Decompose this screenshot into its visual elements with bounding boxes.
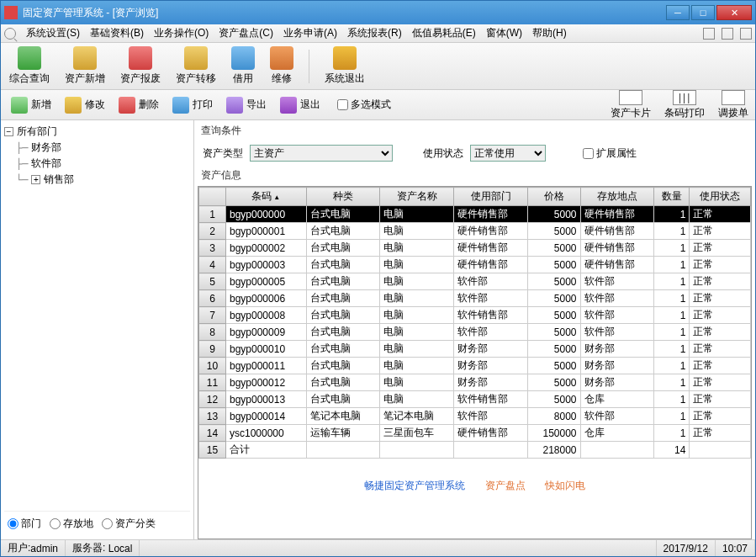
action-bar: 新增修改删除打印导出退出 多选模式 资产卡片条码打印调拨单 bbox=[1, 90, 755, 120]
条码打印-icon bbox=[673, 90, 696, 105]
mdi-min-icon[interactable] bbox=[703, 28, 715, 40]
系统退出-icon bbox=[333, 46, 357, 70]
退出-icon bbox=[280, 97, 297, 114]
status-user: 用户:admin bbox=[1, 540, 66, 556]
col-header[interactable]: 种类 bbox=[306, 188, 380, 206]
col-header[interactable]: 条码▲ bbox=[226, 188, 307, 206]
use-status-label: 使用状态 bbox=[423, 146, 463, 161]
tree-node[interactable]: ├─ 软件部 bbox=[4, 156, 190, 172]
info-section-label: 资产信息 bbox=[194, 165, 755, 186]
toolbar-资产报废[interactable]: 资产报废 bbox=[120, 46, 161, 86]
multi-select-checkbox[interactable]: 多选模式 bbox=[337, 98, 391, 112]
toolbar-资产新增[interactable]: 资产新增 bbox=[65, 46, 105, 86]
table-row[interactable]: 14ysc1000000运输车辆三星面包车硬件销售部150000仓库1正常 bbox=[199, 425, 751, 442]
action-修改[interactable]: 修改 bbox=[61, 95, 108, 115]
table-row[interactable]: 8bgyp000009台式电脑电脑软件部5000软件部1正常 bbox=[199, 324, 751, 341]
table-row[interactable]: 15合计21800014 bbox=[199, 442, 751, 459]
close-button[interactable]: ✕ bbox=[716, 5, 752, 20]
menu-item[interactable]: 资产盘点(C) bbox=[219, 26, 273, 40]
col-header[interactable]: 使用状态 bbox=[690, 188, 751, 206]
新增-icon bbox=[11, 97, 28, 114]
table-row[interactable]: 2bgyp000001台式电脑电脑硬件销售部5000硬件销售部1正常 bbox=[199, 223, 751, 240]
资产报废-icon bbox=[129, 46, 152, 70]
col-header[interactable]: 数量 bbox=[654, 188, 690, 206]
app-window: 固定资产管理系统 - [资产浏览] ─ □ ✕ 系统设置(S)基础资料(B)业务… bbox=[0, 0, 756, 557]
right-btn-资产卡片[interactable]: 资产卡片 bbox=[611, 90, 651, 120]
radio-部门[interactable]: 部门 bbox=[8, 517, 41, 531]
col-header[interactable]: 使用部门 bbox=[454, 188, 528, 206]
use-status-select[interactable]: 正常使用 bbox=[470, 145, 546, 162]
asset-type-select[interactable]: 主资产 bbox=[250, 145, 393, 162]
status-bar: 用户:admin 服务器: Local 2017/9/12 10:07 bbox=[1, 539, 755, 556]
资产转移-icon bbox=[184, 46, 208, 70]
extend-attr-checkbox[interactable]: 扩展属性 bbox=[583, 146, 637, 161]
toolbar-借用[interactable]: 借用 bbox=[231, 46, 255, 86]
radio-资产分类[interactable]: 资产分类 bbox=[102, 517, 156, 531]
dept-tree-panel: − 所有部门 ├─ 财务部├─ 软件部└─+ 销售部 部门存放地资产分类 bbox=[1, 120, 194, 539]
menu-item[interactable]: 系统报表(R) bbox=[347, 26, 402, 40]
maximize-button[interactable]: □ bbox=[691, 5, 715, 20]
table-row[interactable]: 11bgyp000012台式电脑电脑财务部5000财务部1正常 bbox=[199, 374, 751, 391]
action-删除[interactable]: 删除 bbox=[115, 95, 162, 115]
action-导出[interactable]: 导出 bbox=[223, 95, 270, 115]
toolbar-综合查询[interactable]: 综合查询 bbox=[9, 46, 50, 86]
menu-item[interactable]: 低值易耗品(E) bbox=[412, 26, 476, 40]
toolbar-维修[interactable]: 维修 bbox=[270, 46, 293, 86]
借用-icon bbox=[231, 46, 255, 70]
tree-root[interactable]: − 所有部门 bbox=[4, 124, 190, 140]
expand-icon[interactable]: + bbox=[31, 175, 40, 184]
status-time: 10:07 bbox=[716, 540, 755, 556]
table-row[interactable]: 7bgyp000008台式电脑电脑软件销售部5000软件部1正常 bbox=[199, 307, 751, 324]
导出-icon bbox=[226, 97, 243, 114]
toolbar-资产转移[interactable]: 资产转移 bbox=[176, 46, 216, 86]
mdi-close-icon[interactable] bbox=[740, 28, 752, 40]
table-row[interactable]: 6bgyp000006台式电脑电脑软件部5000软件部1正常 bbox=[199, 290, 751, 307]
titlebar: 固定资产管理系统 - [资产浏览] ─ □ ✕ bbox=[1, 1, 755, 24]
radio-存放地[interactable]: 存放地 bbox=[50, 517, 93, 531]
search-icon[interactable] bbox=[4, 28, 16, 40]
status-date: 2017/9/12 bbox=[657, 540, 716, 556]
tree-mode-radios: 部门存放地资产分类 bbox=[4, 511, 190, 536]
menu-item[interactable]: 业务申请(A) bbox=[283, 26, 337, 40]
status-server: 服务器: Local bbox=[66, 540, 140, 556]
table-row[interactable]: 12bgyp000013台式电脑电脑软件销售部5000仓库1正常 bbox=[199, 391, 751, 408]
col-header[interactable]: 价格 bbox=[528, 188, 580, 206]
minimize-button[interactable]: ─ bbox=[666, 5, 690, 20]
right-btn-调拨单[interactable]: 调拨单 bbox=[718, 90, 748, 120]
filter-row: 资产类型 主资产 使用状态 正常使用 扩展属性 bbox=[194, 141, 755, 165]
修改-icon bbox=[65, 97, 82, 114]
table-row[interactable]: 5bgyp000005台式电脑电脑软件部5000软件部1正常 bbox=[199, 273, 751, 290]
action-退出[interactable]: 退出 bbox=[277, 95, 324, 115]
tree-node[interactable]: └─+ 销售部 bbox=[4, 172, 190, 188]
collapse-icon[interactable]: − bbox=[4, 127, 13, 136]
table-row[interactable]: 9bgyp000010台式电脑电脑财务部5000财务部1正常 bbox=[199, 341, 751, 358]
asset-grid[interactable]: 条码▲种类资产名称使用部门价格存放地点数量使用状态 1bgyp000000台式电… bbox=[198, 186, 752, 539]
menu-item[interactable]: 系统设置(S) bbox=[26, 26, 80, 40]
调拨单-icon bbox=[722, 90, 745, 105]
menu-item[interactable]: 帮助(H) bbox=[532, 26, 567, 40]
window-title: 固定资产管理系统 - [资产浏览] bbox=[23, 6, 666, 20]
query-section-label: 查询条件 bbox=[194, 120, 755, 141]
table-row[interactable]: 3bgyp000002台式电脑电脑硬件销售部5000硬件销售部1正常 bbox=[199, 240, 751, 257]
col-header[interactable]: 存放地点 bbox=[580, 188, 654, 206]
table-row[interactable]: 13bgyp000014笔记本电脑笔记本电脑软件部8000软件部1正常 bbox=[199, 408, 751, 425]
table-row[interactable]: 10bgyp000011台式电脑电脑财务部5000财务部1正常 bbox=[199, 358, 751, 374]
mdi-restore-icon[interactable] bbox=[722, 28, 733, 40]
asset-type-label: 资产类型 bbox=[203, 146, 243, 161]
tree-node[interactable]: ├─ 财务部 bbox=[4, 140, 190, 156]
table-row[interactable]: 4bgyp000003台式电脑电脑硬件销售部5000硬件销售部1正常 bbox=[199, 257, 751, 273]
col-header[interactable]: 资产名称 bbox=[380, 188, 454, 206]
action-打印[interactable]: 打印 bbox=[169, 95, 216, 115]
app-icon bbox=[4, 6, 18, 19]
row-header-blank bbox=[199, 188, 226, 206]
删除-icon bbox=[119, 97, 135, 114]
right-btn-条码打印[interactable]: 条码打印 bbox=[664, 90, 705, 120]
menubar: 系统设置(S)基础资料(B)业务操作(O)资产盘点(C)业务申请(A)系统报表(… bbox=[1, 24, 755, 43]
toolbar-系统退出[interactable]: 系统退出 bbox=[325, 46, 365, 86]
menu-item[interactable]: 基础资料(B) bbox=[90, 26, 144, 40]
action-新增[interactable]: 新增 bbox=[8, 95, 55, 115]
menu-item[interactable]: 业务操作(O) bbox=[154, 26, 209, 40]
menu-item[interactable]: 窗体(W) bbox=[486, 26, 522, 40]
table-row[interactable]: 1bgyp000000台式电脑电脑硬件销售部5000硬件销售部1正常 bbox=[199, 206, 751, 223]
打印-icon bbox=[172, 97, 189, 114]
